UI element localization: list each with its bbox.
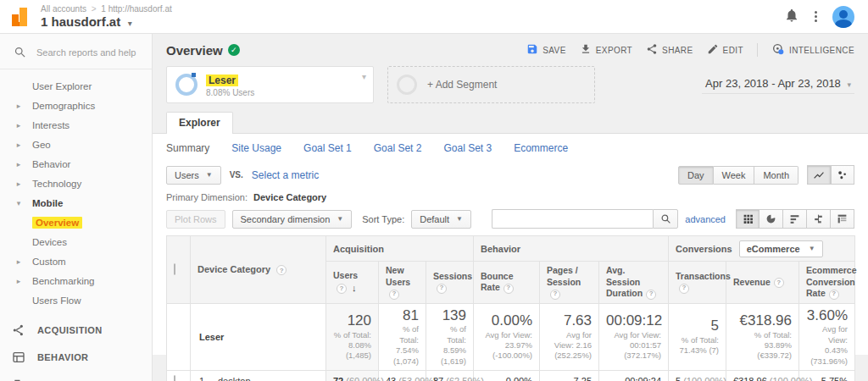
add-segment-card[interactable]: + Add Segment bbox=[387, 66, 595, 103]
dimension-column-header[interactable]: Device Category ? bbox=[191, 236, 326, 304]
help-icon[interactable]: ? bbox=[679, 284, 689, 294]
advanced-link[interactable]: advanced bbox=[685, 214, 726, 224]
help-icon[interactable]: ? bbox=[550, 290, 560, 300]
primary-dimension-value[interactable]: Device Category bbox=[253, 192, 326, 202]
sidebar-item-overview[interactable]: Overview bbox=[0, 213, 152, 232]
help-icon[interactable]: ? bbox=[774, 278, 784, 288]
report-header: Overview ✓ SAVEEXPORTSHAREEDITINTELLIGEN… bbox=[153, 34, 868, 63]
summary-check-cell bbox=[167, 303, 191, 370]
date-range-picker[interactable]: Apr 23, 2018 - Apr 23, 2018 ▾ bbox=[702, 75, 854, 94]
sidebar-item-interests[interactable]: ▸Interests bbox=[0, 115, 152, 135]
column-header-users[interactable]: Users?↓ bbox=[326, 262, 379, 304]
performance-view-button[interactable] bbox=[783, 209, 807, 229]
help-icon[interactable]: ? bbox=[437, 284, 447, 294]
sidebar-section-acquisition[interactable]: ACQUISITION bbox=[0, 317, 152, 344]
breadcrumb[interactable]: All accounts > 1 http://hausdorf.at bbox=[41, 4, 172, 14]
pie-chart-icon bbox=[765, 213, 776, 224]
summary-sub: Avg for View: 2.16 (252.25%) bbox=[547, 330, 592, 362]
subtab-goal-set-1[interactable]: Goal Set 1 bbox=[303, 142, 352, 154]
help-icon[interactable]: ? bbox=[829, 290, 839, 300]
sidebar-item-behavior[interactable]: ▸Behavior bbox=[0, 154, 152, 174]
granularity-week-button[interactable]: Week bbox=[714, 166, 755, 185]
row-dimension[interactable]: 1.desktop bbox=[191, 370, 326, 381]
subtab-ecommerce[interactable]: Ecommerce bbox=[514, 142, 568, 154]
sidebar-item-label: Interests bbox=[32, 120, 70, 130]
sidebar-section-conversions[interactable]: CONVERSIONS bbox=[0, 371, 152, 381]
sidebar-item-benchmarking[interactable]: ▸Benchmarking bbox=[0, 271, 152, 290]
select-all-header bbox=[167, 236, 191, 304]
secondary-dimension-button[interactable]: Secondary dimension ▼ bbox=[232, 210, 353, 229]
summary-metric: 5% of Total: 71.43% (7) bbox=[669, 303, 726, 370]
sidebar-item-demographics[interactable]: ▸Demographics bbox=[0, 96, 152, 115]
column-header-pages-session[interactable]: Pages / Session? bbox=[540, 262, 599, 304]
column-header-bounce-rate[interactable]: Bounce Rate? bbox=[474, 262, 540, 304]
chevron-down-icon[interactable]: ▾ bbox=[362, 72, 366, 81]
notifications-bell-icon[interactable] bbox=[784, 8, 799, 26]
sidebar-item-geo[interactable]: ▸Geo bbox=[0, 135, 152, 154]
column-header-ecommerce-conversion-rate[interactable]: Ecommerce Conversion Rate? bbox=[799, 262, 855, 304]
table-search-input[interactable] bbox=[492, 209, 653, 229]
sidebar-item-custom[interactable]: ▸Custom bbox=[0, 251, 152, 271]
export-button[interactable]: EXPORT bbox=[580, 43, 632, 57]
summary-metric: 0.00%Avg for View: 23.97% (-100.00%) bbox=[474, 303, 540, 370]
help-icon[interactable]: ? bbox=[504, 284, 514, 294]
table-search-button[interactable] bbox=[653, 209, 678, 229]
share-button[interactable]: SHARE bbox=[646, 43, 693, 57]
granularity-day-button[interactable]: Day bbox=[678, 166, 714, 185]
comparison-view-button[interactable] bbox=[807, 209, 831, 229]
sidebar-item-users-flow[interactable]: Users Flow bbox=[0, 290, 152, 310]
tab-explorer[interactable]: Explorer bbox=[166, 112, 233, 134]
sidebar-item-label: Users Flow bbox=[32, 295, 81, 306]
chevron-right-icon: ▸ bbox=[12, 277, 25, 285]
view-toggle-group bbox=[736, 209, 854, 229]
intelligence-button[interactable]: INTELLIGENCE bbox=[771, 42, 854, 58]
chevron-down-icon: ▼ bbox=[206, 171, 213, 179]
active-segment-card[interactable]: Leser 8.08% Users ▾ bbox=[166, 66, 374, 103]
select-a-metric-link[interactable]: Select a metric bbox=[252, 169, 319, 181]
subtab-summary[interactable]: Summary bbox=[166, 142, 209, 154]
sidebar-section-behavior[interactable]: BEHAVIOR bbox=[0, 344, 152, 371]
sort-type-button[interactable]: Default ▼ bbox=[411, 210, 471, 229]
percentage-view-button[interactable] bbox=[760, 209, 783, 229]
motion-chart-button[interactable] bbox=[831, 165, 854, 185]
behavior-icon bbox=[12, 351, 27, 364]
account-selector[interactable]: 1 hausdorf.at ▾ bbox=[41, 14, 172, 30]
subtab-goal-set-2[interactable]: Goal Set 2 bbox=[374, 142, 422, 154]
column-header-new-users[interactable]: New Users? bbox=[379, 262, 426, 304]
column-header-revenue[interactable]: Revenue? bbox=[726, 262, 799, 304]
breadcrumb-property[interactable]: 1 http://hausdorf.at bbox=[101, 4, 171, 14]
granularity-month-button[interactable]: Month bbox=[754, 166, 798, 185]
sort-descending-icon[interactable]: ↓ bbox=[352, 283, 357, 293]
sidebar-item-devices[interactable]: Devices bbox=[0, 232, 152, 251]
sidebar-item-mobile[interactable]: ▾Mobile bbox=[0, 193, 152, 213]
save-button[interactable]: SAVE bbox=[526, 43, 566, 57]
pivot-view-button[interactable] bbox=[831, 209, 854, 229]
user-avatar[interactable] bbox=[832, 6, 854, 28]
select-all-checkbox[interactable] bbox=[174, 263, 175, 275]
column-header-sessions[interactable]: Sessions? bbox=[426, 262, 474, 304]
data-table-view-button[interactable] bbox=[736, 209, 760, 229]
plot-rows-button: Plot Rows bbox=[166, 210, 225, 229]
conversions-icon bbox=[12, 378, 27, 381]
dimension-header-label: Device Category bbox=[198, 264, 270, 274]
help-icon[interactable]: ? bbox=[337, 284, 347, 294]
sidebar-item-technology[interactable]: ▸Technology bbox=[0, 174, 152, 193]
sidebar-item-user-explorer[interactable]: User Explorer bbox=[0, 76, 152, 96]
conversions-goal-selector[interactable]: eCommerce ▼ bbox=[739, 240, 823, 257]
subtab-goal-set-3[interactable]: Goal Set 3 bbox=[443, 142, 492, 154]
metric-selector[interactable]: Users ▼ bbox=[166, 166, 221, 185]
breadcrumb-all-accounts[interactable]: All accounts bbox=[41, 4, 86, 14]
column-header-avg-session-duration[interactable]: Avg. Session Duration? bbox=[599, 262, 669, 304]
explorer-panel: SummarySite UsageGoal Set 1Goal Set 2Goa… bbox=[153, 133, 868, 355]
help-icon[interactable]: ? bbox=[389, 290, 399, 300]
sidebar-search[interactable]: Search reports and help bbox=[0, 34, 152, 69]
row-checkbox[interactable] bbox=[174, 375, 175, 381]
line-chart-button[interactable] bbox=[807, 165, 831, 185]
more-options-kebab-icon[interactable] bbox=[815, 11, 817, 22]
metric-right-controls: DayWeekMonth bbox=[678, 165, 854, 185]
help-icon[interactable]: ? bbox=[646, 290, 656, 300]
subtab-site-usage[interactable]: Site Usage bbox=[231, 142, 281, 154]
help-icon[interactable]: ? bbox=[276, 265, 287, 275]
column-header-transactions[interactable]: Transactions? bbox=[669, 262, 726, 304]
edit-button[interactable]: EDIT bbox=[707, 43, 743, 57]
